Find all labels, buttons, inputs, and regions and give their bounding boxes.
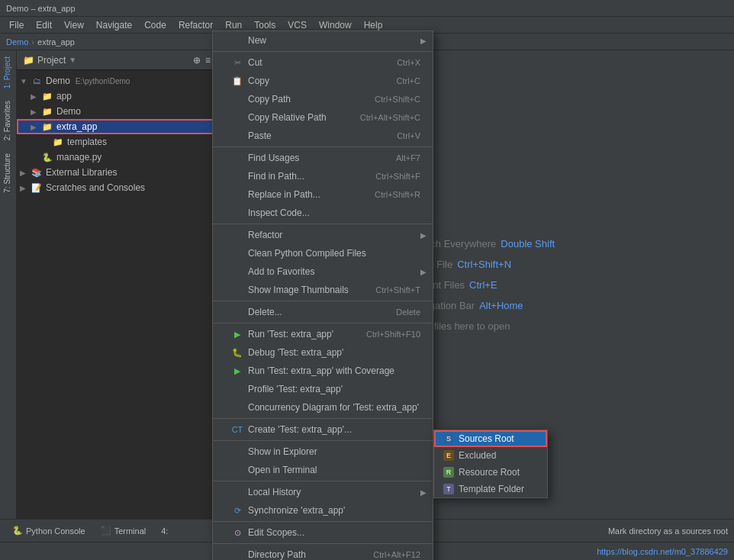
ctx-copy-path-label: Copy Path <box>248 94 291 105</box>
tree-item-scratches[interactable]: ▶ 📝 Scratches and Consoles <box>17 180 230 195</box>
menu-window[interactable]: Window <box>313 18 358 32</box>
tree-item-demo-sub[interactable]: ▶ 📁 Demo <box>17 104 230 119</box>
ctx-synchronize[interactable]: ⟳ Synchronize 'extra_app' <box>213 501 433 520</box>
tree-label-ext-libs: External Libraries <box>46 167 117 178</box>
tree-item-ext-libs[interactable]: ▶ 📚 External Libraries <box>17 165 230 180</box>
tree-item-demo-root[interactable]: ▼ 🗂 Demo E:\python\Demo <box>17 73 230 89</box>
ctx-clean-label: Clean Python Compiled Files <box>248 248 366 259</box>
ctx-show-explorer[interactable]: Show in Explorer <box>213 443 433 461</box>
submenu-template-label: Template Folder <box>459 484 524 494</box>
ctx-profile[interactable]: Profile 'Test: extra_app' <box>213 380 433 398</box>
ctx-find-usages[interactable]: Find Usages Alt+F7 <box>213 149 433 167</box>
bottom-tab-python[interactable]: 🐍 Python Console <box>6 523 92 539</box>
menu-vcs[interactable]: VCS <box>282 18 313 32</box>
ctx-paste[interactable]: Paste Ctrl+V <box>213 127 433 145</box>
ctx-clean-python[interactable]: Clean Python Compiled Files <box>213 244 433 262</box>
ctx-edit-scopes[interactable]: ⊙ Edit Scopes... <box>213 523 433 542</box>
ctx-show-image[interactable]: Show Image Thumbnails Ctrl+Shift+T <box>213 281 433 299</box>
dropdown-arrow[interactable]: ▼ <box>69 56 76 64</box>
ctx-scopes-label: Edit Scopes... <box>248 527 304 538</box>
ctx-refactor[interactable]: Refactor <box>213 226 433 244</box>
menu-navigate[interactable]: Navigate <box>90 18 138 32</box>
tree-item-manage[interactable]: ▶ 🐍 manage.py <box>17 150 230 165</box>
menu-edit[interactable]: Edit <box>30 18 58 32</box>
tree-item-templates[interactable]: ▶ 📁 templates <box>17 134 230 150</box>
ctx-show-image-icon <box>231 284 243 296</box>
ctx-show-image-shortcut: Ctrl+Shift+T <box>375 285 420 294</box>
sidebar-tab-favorites[interactable]: 2: Favorites <box>0 95 16 146</box>
bottom-tab-terminal[interactable]: ⬛ Terminal <box>95 523 153 539</box>
submenu-resource-root[interactable]: R Resource Root <box>434 464 547 481</box>
collapse-icon[interactable]: ≡ <box>205 55 211 66</box>
ctx-copy-path[interactable]: Copy Path Ctrl+Shift+C <box>213 90 433 108</box>
menu-tools[interactable]: Tools <box>248 18 282 32</box>
ctx-dir-path[interactable]: Directory Path Ctrl+Alt+F12 <box>213 546 433 560</box>
menu-run[interactable]: Run <box>219 18 248 32</box>
tree-item-extra-app[interactable]: ▶ 📁 extra_app <box>17 119 230 134</box>
ctx-explorer-icon <box>231 446 243 458</box>
tree-item-app[interactable]: ▶ 📁 app <box>17 89 230 104</box>
ctx-new-icon <box>231 34 243 47</box>
ctx-sep3 <box>213 224 433 224</box>
ext-libs-icon: 📚 <box>31 166 43 179</box>
ctx-copy[interactable]: 📋 Copy Ctrl+C <box>213 72 433 90</box>
ctx-copy-rel-path[interactable]: Copy Relative Path Ctrl+Alt+Shift+C <box>213 108 433 127</box>
ctx-copy-rel-icon <box>231 111 243 124</box>
sidebar-tab-structure[interactable]: 7: Structure <box>0 147 16 199</box>
sources-root-icon: S <box>443 433 454 444</box>
locate-icon[interactable]: ⊕ <box>193 55 201 66</box>
ctx-favorites-icon <box>231 266 243 278</box>
submenu-template-folder[interactable]: T Template Folder <box>434 481 547 497</box>
ctx-inspect-icon <box>231 207 243 219</box>
tree-label-extra-app: extra_app <box>56 121 97 132</box>
ctx-debug-test[interactable]: 🐛 Debug 'Test: extra_app' <box>213 343 433 362</box>
ctx-find-path[interactable]: Find in Path... Ctrl+Shift+F <box>213 167 433 185</box>
submenu-excluded[interactable]: E Excluded <box>434 447 547 464</box>
ctx-sep1 <box>213 51 433 52</box>
terminal-tab-icon: ⬛ <box>101 526 111 536</box>
ctx-replace-path[interactable]: Replace in Path... Ctrl+Shift+R <box>213 185 433 204</box>
file-icon-manage: 🐍 <box>41 151 53 163</box>
ctx-local-history[interactable]: Local History <box>213 483 433 501</box>
ctx-inspect-code[interactable]: Inspect Code... <box>213 204 433 222</box>
ctx-concurrency[interactable]: Concurrency Diagram for 'Test: extra_app… <box>213 398 433 417</box>
ctx-new[interactable]: New <box>213 31 433 50</box>
ctx-create-test-label: Create 'Test: extra_app'... <box>248 424 352 435</box>
ctx-history-icon <box>231 486 243 498</box>
ctx-run-coverage[interactable]: ▶ Run 'Test: extra_app' with Coverage <box>213 362 433 380</box>
excluded-icon: E <box>443 450 454 461</box>
ctx-cut[interactable]: ✂ Cut Ctrl+X <box>213 53 433 72</box>
breadcrumb-extra-app[interactable]: extra_app <box>37 37 75 47</box>
ctx-open-terminal[interactable]: Open in Terminal <box>213 461 433 479</box>
ctx-copy-shortcut: Ctrl+C <box>397 76 420 85</box>
ctx-add-favorites[interactable]: Add to Favorites <box>213 262 433 281</box>
ctx-sep5 <box>213 323 433 323</box>
menu-file[interactable]: File <box>3 18 30 32</box>
sidebar-tab-project[interactable]: 1: Project <box>0 50 16 95</box>
ctx-explorer-label: Show in Explorer <box>248 446 317 457</box>
folder-icon: 📁 <box>23 55 34 66</box>
ctx-show-image-label: Show Image Thumbnails <box>248 285 349 295</box>
menu-refactor[interactable]: Refactor <box>172 18 219 32</box>
ctx-sep2 <box>213 146 433 147</box>
tree-label-demo-sub: Demo <box>56 106 81 117</box>
menu-help[interactable]: Help <box>358 18 389 32</box>
python-tab-label: Python Console <box>26 526 85 536</box>
tree-arrow-extra-app: ▶ <box>31 123 41 131</box>
ctx-run-test[interactable]: ▶ Run 'Test: extra_app' Ctrl+Shift+F10 <box>213 325 433 343</box>
ctx-sep9 <box>213 521 433 522</box>
bottom-tab-4[interactable]: 4: <box>155 523 174 539</box>
ctx-create-test[interactable]: CT Create 'Test: extra_app'... <box>213 420 433 439</box>
ctx-delete[interactable]: Delete... Delete <box>213 303 433 321</box>
breadcrumb-demo[interactable]: Demo <box>6 37 28 47</box>
ctx-delete-icon <box>231 306 243 318</box>
menu-view[interactable]: View <box>58 18 90 32</box>
tree-arrow-demo: ▼ <box>20 77 31 85</box>
submenu-sources-root[interactable]: S Sources Root <box>434 430 547 447</box>
ctx-new-label: New <box>248 35 266 46</box>
menu-code[interactable]: Code <box>138 18 172 32</box>
ctx-copy-rel-label: Copy Relative Path <box>248 112 327 123</box>
submenu-resource-label: Resource Root <box>459 467 520 478</box>
ctx-copy-icon: 📋 <box>231 75 243 87</box>
ctx-find-usages-shortcut: Alt+F7 <box>396 153 420 163</box>
